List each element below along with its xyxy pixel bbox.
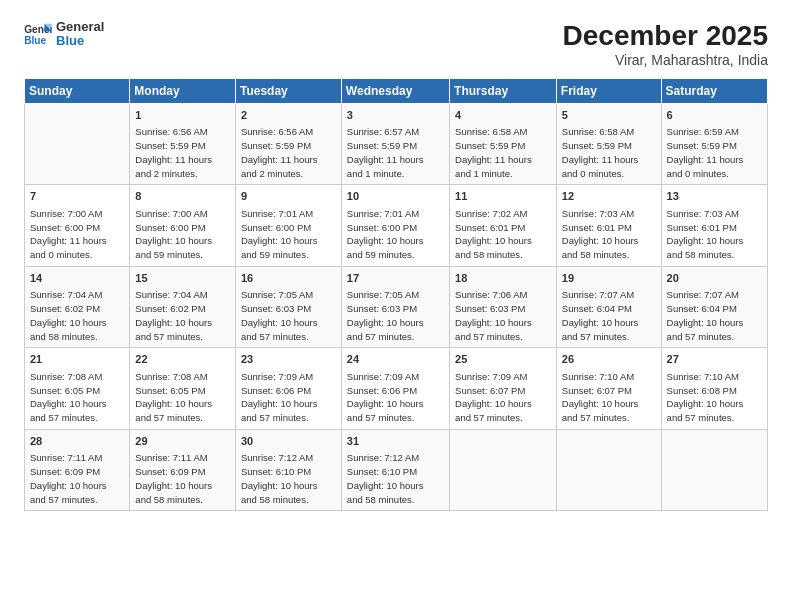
day-info: Sunrise: 7:09 AM Sunset: 6:07 PM Dayligh… xyxy=(455,370,551,425)
location-subtitle: Virar, Maharashtra, India xyxy=(563,52,768,68)
day-cell: 6Sunrise: 6:59 AM Sunset: 5:59 PM Daylig… xyxy=(661,104,767,185)
day-cell: 25Sunrise: 7:09 AM Sunset: 6:07 PM Dayli… xyxy=(450,348,557,429)
day-info: Sunrise: 6:56 AM Sunset: 5:59 PM Dayligh… xyxy=(241,125,336,180)
day-info: Sunrise: 6:58 AM Sunset: 5:59 PM Dayligh… xyxy=(562,125,656,180)
day-cell: 9Sunrise: 7:01 AM Sunset: 6:00 PM Daylig… xyxy=(235,185,341,266)
col-wednesday: Wednesday xyxy=(341,79,449,104)
day-cell xyxy=(25,104,130,185)
day-cell: 4Sunrise: 6:58 AM Sunset: 5:59 PM Daylig… xyxy=(450,104,557,185)
day-number: 16 xyxy=(241,271,336,286)
day-cell: 7Sunrise: 7:00 AM Sunset: 6:00 PM Daylig… xyxy=(25,185,130,266)
page: General Blue General Blue December 2025 … xyxy=(0,0,792,612)
header: General Blue General Blue December 2025 … xyxy=(24,20,768,68)
day-cell: 31Sunrise: 7:12 AM Sunset: 6:10 PM Dayli… xyxy=(341,429,449,510)
day-cell: 18Sunrise: 7:06 AM Sunset: 6:03 PM Dayli… xyxy=(450,266,557,347)
day-info: Sunrise: 7:08 AM Sunset: 6:05 PM Dayligh… xyxy=(30,370,124,425)
day-info: Sunrise: 7:00 AM Sunset: 6:00 PM Dayligh… xyxy=(135,207,230,262)
week-row-5: 28Sunrise: 7:11 AM Sunset: 6:09 PM Dayli… xyxy=(25,429,768,510)
day-number: 24 xyxy=(347,352,444,367)
day-number: 25 xyxy=(455,352,551,367)
day-cell: 2Sunrise: 6:56 AM Sunset: 5:59 PM Daylig… xyxy=(235,104,341,185)
logo-text-blue: Blue xyxy=(56,34,104,48)
title-block: December 2025 Virar, Maharashtra, India xyxy=(563,20,768,68)
day-number: 10 xyxy=(347,189,444,204)
col-sunday: Sunday xyxy=(25,79,130,104)
day-number: 23 xyxy=(241,352,336,367)
day-info: Sunrise: 7:08 AM Sunset: 6:05 PM Dayligh… xyxy=(135,370,230,425)
day-cell: 12Sunrise: 7:03 AM Sunset: 6:01 PM Dayli… xyxy=(556,185,661,266)
day-number: 2 xyxy=(241,108,336,123)
week-row-4: 21Sunrise: 7:08 AM Sunset: 6:05 PM Dayli… xyxy=(25,348,768,429)
day-info: Sunrise: 7:07 AM Sunset: 6:04 PM Dayligh… xyxy=(562,288,656,343)
day-cell: 30Sunrise: 7:12 AM Sunset: 6:10 PM Dayli… xyxy=(235,429,341,510)
day-cell xyxy=(450,429,557,510)
day-cell: 28Sunrise: 7:11 AM Sunset: 6:09 PM Dayli… xyxy=(25,429,130,510)
day-cell: 15Sunrise: 7:04 AM Sunset: 6:02 PM Dayli… xyxy=(130,266,236,347)
day-number: 30 xyxy=(241,434,336,449)
day-cell: 3Sunrise: 6:57 AM Sunset: 5:59 PM Daylig… xyxy=(341,104,449,185)
day-number: 14 xyxy=(30,271,124,286)
day-cell: 23Sunrise: 7:09 AM Sunset: 6:06 PM Dayli… xyxy=(235,348,341,429)
day-info: Sunrise: 7:09 AM Sunset: 6:06 PM Dayligh… xyxy=(347,370,444,425)
day-cell: 26Sunrise: 7:10 AM Sunset: 6:07 PM Dayli… xyxy=(556,348,661,429)
day-number: 21 xyxy=(30,352,124,367)
day-info: Sunrise: 7:12 AM Sunset: 6:10 PM Dayligh… xyxy=(241,451,336,506)
day-number: 4 xyxy=(455,108,551,123)
day-number: 9 xyxy=(241,189,336,204)
day-info: Sunrise: 6:59 AM Sunset: 5:59 PM Dayligh… xyxy=(667,125,762,180)
day-cell: 14Sunrise: 7:04 AM Sunset: 6:02 PM Dayli… xyxy=(25,266,130,347)
day-number: 12 xyxy=(562,189,656,204)
day-number: 7 xyxy=(30,189,124,204)
day-cell: 13Sunrise: 7:03 AM Sunset: 6:01 PM Dayli… xyxy=(661,185,767,266)
day-number: 6 xyxy=(667,108,762,123)
col-tuesday: Tuesday xyxy=(235,79,341,104)
day-cell: 22Sunrise: 7:08 AM Sunset: 6:05 PM Dayli… xyxy=(130,348,236,429)
day-cell: 19Sunrise: 7:07 AM Sunset: 6:04 PM Dayli… xyxy=(556,266,661,347)
day-info: Sunrise: 7:07 AM Sunset: 6:04 PM Dayligh… xyxy=(667,288,762,343)
day-cell: 11Sunrise: 7:02 AM Sunset: 6:01 PM Dayli… xyxy=(450,185,557,266)
day-info: Sunrise: 7:05 AM Sunset: 6:03 PM Dayligh… xyxy=(347,288,444,343)
day-cell xyxy=(661,429,767,510)
day-info: Sunrise: 7:04 AM Sunset: 6:02 PM Dayligh… xyxy=(135,288,230,343)
week-row-1: 1Sunrise: 6:56 AM Sunset: 5:59 PM Daylig… xyxy=(25,104,768,185)
day-number: 3 xyxy=(347,108,444,123)
day-number: 18 xyxy=(455,271,551,286)
day-cell: 16Sunrise: 7:05 AM Sunset: 6:03 PM Dayli… xyxy=(235,266,341,347)
logo-text-general: General xyxy=(56,20,104,34)
col-monday: Monday xyxy=(130,79,236,104)
day-info: Sunrise: 7:06 AM Sunset: 6:03 PM Dayligh… xyxy=(455,288,551,343)
day-cell: 10Sunrise: 7:01 AM Sunset: 6:00 PM Dayli… xyxy=(341,185,449,266)
day-number: 19 xyxy=(562,271,656,286)
day-info: Sunrise: 7:11 AM Sunset: 6:09 PM Dayligh… xyxy=(30,451,124,506)
day-cell: 17Sunrise: 7:05 AM Sunset: 6:03 PM Dayli… xyxy=(341,266,449,347)
logo-icon: General Blue xyxy=(24,22,52,46)
day-number: 26 xyxy=(562,352,656,367)
day-number: 15 xyxy=(135,271,230,286)
day-cell: 8Sunrise: 7:00 AM Sunset: 6:00 PM Daylig… xyxy=(130,185,236,266)
day-cell: 1Sunrise: 6:56 AM Sunset: 5:59 PM Daylig… xyxy=(130,104,236,185)
day-info: Sunrise: 7:09 AM Sunset: 6:06 PM Dayligh… xyxy=(241,370,336,425)
day-info: Sunrise: 7:02 AM Sunset: 6:01 PM Dayligh… xyxy=(455,207,551,262)
day-info: Sunrise: 7:01 AM Sunset: 6:00 PM Dayligh… xyxy=(347,207,444,262)
week-row-2: 7Sunrise: 7:00 AM Sunset: 6:00 PM Daylig… xyxy=(25,185,768,266)
day-info: Sunrise: 7:10 AM Sunset: 6:07 PM Dayligh… xyxy=(562,370,656,425)
day-info: Sunrise: 7:11 AM Sunset: 6:09 PM Dayligh… xyxy=(135,451,230,506)
week-row-3: 14Sunrise: 7:04 AM Sunset: 6:02 PM Dayli… xyxy=(25,266,768,347)
day-number: 28 xyxy=(30,434,124,449)
day-info: Sunrise: 7:03 AM Sunset: 6:01 PM Dayligh… xyxy=(562,207,656,262)
day-cell: 29Sunrise: 7:11 AM Sunset: 6:09 PM Dayli… xyxy=(130,429,236,510)
day-number: 17 xyxy=(347,271,444,286)
day-info: Sunrise: 7:04 AM Sunset: 6:02 PM Dayligh… xyxy=(30,288,124,343)
col-saturday: Saturday xyxy=(661,79,767,104)
day-info: Sunrise: 6:57 AM Sunset: 5:59 PM Dayligh… xyxy=(347,125,444,180)
day-info: Sunrise: 7:05 AM Sunset: 6:03 PM Dayligh… xyxy=(241,288,336,343)
day-number: 29 xyxy=(135,434,230,449)
header-row: Sunday Monday Tuesday Wednesday Thursday… xyxy=(25,79,768,104)
day-info: Sunrise: 6:58 AM Sunset: 5:59 PM Dayligh… xyxy=(455,125,551,180)
day-number: 1 xyxy=(135,108,230,123)
day-cell: 27Sunrise: 7:10 AM Sunset: 6:08 PM Dayli… xyxy=(661,348,767,429)
logo: General Blue General Blue xyxy=(24,20,104,49)
day-info: Sunrise: 7:03 AM Sunset: 6:01 PM Dayligh… xyxy=(667,207,762,262)
day-cell xyxy=(556,429,661,510)
day-number: 20 xyxy=(667,271,762,286)
